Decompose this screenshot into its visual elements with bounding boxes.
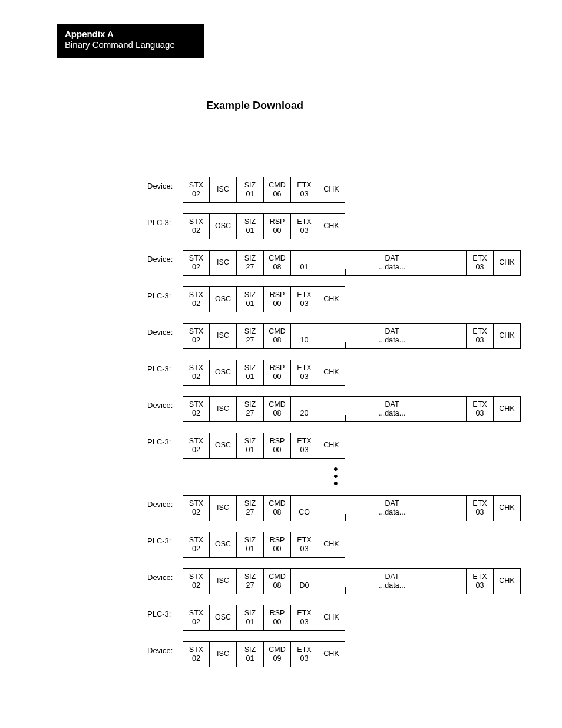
cell-osc: OSC bbox=[210, 433, 237, 459]
cell-chk: CHK bbox=[318, 433, 345, 459]
frame-row: PLC-3: STX02 OSC SIZ01 RSP00 ETX03 CHK bbox=[147, 532, 562, 558]
frame-row: Device: STX02 ISC SIZ01 CMD06 ETX03 CHK bbox=[147, 177, 562, 203]
cell-etx: ETX03 bbox=[291, 605, 318, 631]
row-label-plc3: PLC-3: bbox=[147, 433, 183, 459]
cell-dat: DAT...data... bbox=[318, 323, 467, 349]
cell-etx: ETX03 bbox=[467, 495, 494, 521]
row-label-plc3: PLC-3: bbox=[147, 532, 183, 558]
cell-dat: DAT...data... bbox=[318, 568, 467, 594]
cell-chk: CHK bbox=[494, 396, 521, 422]
cell-rsp: RSP00 bbox=[264, 433, 291, 459]
cell-siz: SIZ01 bbox=[237, 360, 264, 386]
appendix-title: Appendix A bbox=[65, 29, 196, 39]
cell-cmd: CMD06 bbox=[264, 177, 291, 203]
cell-chk: CHK bbox=[494, 568, 521, 594]
cell-siz: SIZ01 bbox=[237, 605, 264, 631]
cell-stx: STX02 bbox=[183, 177, 210, 203]
cell-siz: SIZ01 bbox=[237, 433, 264, 459]
cell-cmd: CMD08 bbox=[264, 323, 291, 349]
frame-sequence: Device: STX02 ISC SIZ01 CMD06 ETX03 CHK … bbox=[147, 177, 562, 667]
cell-isc: ISC bbox=[210, 250, 237, 276]
cell-cmd: CMD08 bbox=[264, 568, 291, 594]
cell-siz: SIZ01 bbox=[237, 532, 264, 558]
cell-etx: ETX03 bbox=[467, 323, 494, 349]
cell-cmd: CMD08 bbox=[264, 495, 291, 521]
row-label-plc3: PLC-3: bbox=[147, 605, 183, 631]
cell-osc: OSC bbox=[210, 286, 237, 312]
cell-etx: ETX03 bbox=[291, 532, 318, 558]
cell-siz: SIZ27 bbox=[237, 396, 264, 422]
cell-isc: ISC bbox=[210, 568, 237, 594]
appendix-subtitle: Binary Command Language bbox=[65, 39, 196, 50]
cell-chk: CHK bbox=[318, 532, 345, 558]
row-label-plc3: PLC-3: bbox=[147, 213, 183, 239]
cell-siz: SIZ27 bbox=[237, 568, 264, 594]
cell-siz: SIZ27 bbox=[237, 495, 264, 521]
cell-rsp: RSP00 bbox=[264, 360, 291, 386]
cell-osc: OSC bbox=[210, 532, 237, 558]
cell-stx: STX02 bbox=[183, 323, 210, 349]
cell-cmd: CMD09 bbox=[264, 641, 291, 667]
cell-etx: ETX03 bbox=[291, 360, 318, 386]
cell-dat: DAT...data... bbox=[318, 495, 467, 521]
cell-isc: ISC bbox=[210, 495, 237, 521]
cell-etx: ETX03 bbox=[467, 396, 494, 422]
cell-dat-seq: D0 bbox=[291, 568, 318, 594]
row-label-device: Device: bbox=[147, 177, 183, 203]
frame-row: Device: STX02 ISC SIZ01 CMD09 ETX03 CHK bbox=[147, 641, 562, 667]
cell-stx: STX02 bbox=[183, 213, 210, 239]
cell-etx: ETX03 bbox=[291, 177, 318, 203]
frame-row: PLC-3: STX02 OSC SIZ01 RSP00 ETX03 CHK bbox=[147, 433, 562, 459]
row-label-device: Device: bbox=[147, 568, 183, 594]
cell-isc: ISC bbox=[210, 641, 237, 667]
cell-etx: ETX03 bbox=[467, 250, 494, 276]
cell-siz: SIZ27 bbox=[237, 323, 264, 349]
frame-row: PLC-3: STX02 OSC SIZ01 RSP00 ETX03 CHK bbox=[147, 286, 562, 312]
cell-chk: CHK bbox=[494, 323, 521, 349]
row-label-device: Device: bbox=[147, 323, 183, 349]
cell-stx: STX02 bbox=[183, 568, 210, 594]
cell-rsp: RSP00 bbox=[264, 213, 291, 239]
cell-rsp: RSP00 bbox=[264, 532, 291, 558]
row-label-device: Device: bbox=[147, 641, 183, 667]
cell-stx: STX02 bbox=[183, 396, 210, 422]
cell-rsp: RSP00 bbox=[264, 605, 291, 631]
cell-stx: STX02 bbox=[183, 605, 210, 631]
cell-chk: CHK bbox=[318, 213, 345, 239]
cell-osc: OSC bbox=[210, 360, 237, 386]
cell-chk: CHK bbox=[318, 641, 345, 667]
ellipsis-icon: ••• bbox=[333, 466, 562, 487]
cell-chk: CHK bbox=[318, 177, 345, 203]
cell-etx: ETX03 bbox=[291, 286, 318, 312]
frame-row: Device: STX02 ISC SIZ27 CMD08 D0 DAT...d… bbox=[147, 568, 562, 594]
frame-row: Device: STX02 ISC SIZ27 CMD08 10 DAT...d… bbox=[147, 323, 562, 349]
cell-etx: ETX03 bbox=[291, 433, 318, 459]
cell-chk: CHK bbox=[318, 286, 345, 312]
cell-etx: ETX03 bbox=[291, 213, 318, 239]
cell-osc: OSC bbox=[210, 213, 237, 239]
frame-row: Device: STX02 ISC SIZ27 CMD08 20 DAT...d… bbox=[147, 396, 562, 422]
cell-isc: ISC bbox=[210, 323, 237, 349]
cell-dat-seq: 10 bbox=[291, 323, 318, 349]
page-header: Appendix A Binary Command Language bbox=[57, 24, 204, 58]
frame-row: Device: STX02 ISC SIZ27 CMD08 CO DAT...d… bbox=[147, 495, 562, 521]
row-label-plc3: PLC-3: bbox=[147, 286, 183, 312]
cell-dat-seq: CO bbox=[291, 495, 318, 521]
row-label-device: Device: bbox=[147, 250, 183, 276]
cell-siz: SIZ01 bbox=[237, 213, 264, 239]
cell-stx: STX02 bbox=[183, 532, 210, 558]
cell-chk: CHK bbox=[318, 605, 345, 631]
row-label-plc3: PLC-3: bbox=[147, 360, 183, 386]
cell-rsp: RSP00 bbox=[264, 286, 291, 312]
cell-isc: ISC bbox=[210, 396, 237, 422]
frame-row: PLC-3: STX02 OSC SIZ01 RSP00 ETX03 CHK bbox=[147, 213, 562, 239]
cell-siz: SIZ27 bbox=[237, 250, 264, 276]
cell-stx: STX02 bbox=[183, 495, 210, 521]
cell-siz: SIZ01 bbox=[237, 641, 264, 667]
cell-stx: STX02 bbox=[183, 360, 210, 386]
cell-stx: STX02 bbox=[183, 641, 210, 667]
cell-chk: CHK bbox=[494, 250, 521, 276]
cell-etx: ETX03 bbox=[467, 568, 494, 594]
cell-etx: ETX03 bbox=[291, 641, 318, 667]
frame-row: PLC-3: STX02 OSC SIZ01 RSP00 ETX03 CHK bbox=[147, 605, 562, 631]
